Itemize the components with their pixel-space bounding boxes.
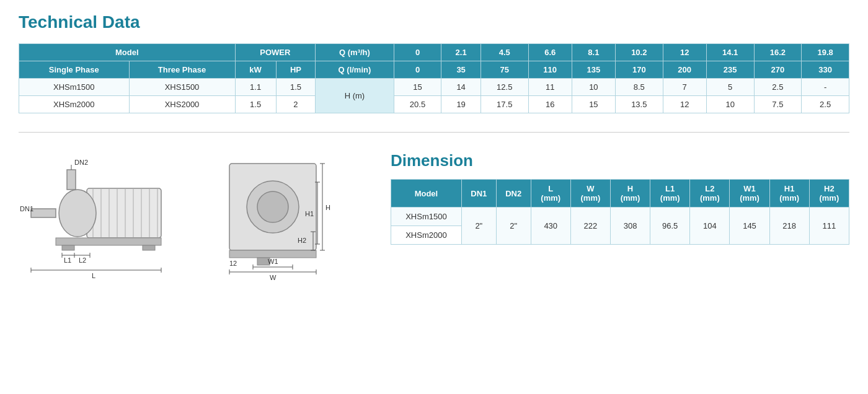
row1-v3: 11 bbox=[528, 79, 572, 96]
dim-header-h1: H1(mm) bbox=[769, 180, 809, 208]
header-col-4: 8.1 bbox=[572, 44, 615, 61]
svg-rect-28 bbox=[229, 250, 316, 258]
h2-diagram-label: H2 bbox=[298, 237, 306, 244]
dim-header-model: Model bbox=[391, 180, 462, 208]
row2-v0: 20.5 bbox=[394, 96, 441, 113]
header-single-phase: Single Phase bbox=[19, 61, 130, 79]
row2-v7: 10 bbox=[706, 96, 754, 113]
dim-row1-h1: 218 bbox=[769, 208, 809, 245]
diagrams-area: DN2 DN1 L1 L2 L bbox=[19, 151, 366, 281]
dim-header-h: H(mm) bbox=[610, 180, 650, 208]
dim-row1-l2: 104 bbox=[690, 208, 730, 245]
row1-v1: 14 bbox=[441, 79, 481, 96]
row1-three: XHS1500 bbox=[129, 79, 235, 96]
row1-hp: 1.5 bbox=[276, 79, 316, 96]
header-row2-col-2: 75 bbox=[480, 61, 528, 79]
tech-table-wrapper: Model POWER Q (m³/h) 0 2.1 4.5 6.6 8.1 1… bbox=[19, 43, 849, 113]
header-model: Model bbox=[19, 44, 236, 61]
page-title: Technical Data bbox=[19, 12, 849, 32]
w1-diagram-label: W1 bbox=[268, 258, 278, 265]
dim-header-l1: L1(mm) bbox=[650, 180, 690, 208]
row1-v5: 8.5 bbox=[615, 79, 663, 96]
dimension-title: Dimension bbox=[391, 151, 849, 170]
row1-kw: 1.1 bbox=[235, 79, 276, 96]
dim-row1-h2: 111 bbox=[809, 208, 849, 245]
row2-v2: 17.5 bbox=[480, 96, 528, 113]
row2-single: XHSm2000 bbox=[19, 96, 130, 113]
header-row2-col-7: 235 bbox=[706, 61, 754, 79]
row1-v2: 12.5 bbox=[480, 79, 528, 96]
header-row2-col-1: 35 bbox=[441, 61, 481, 79]
w-diagram-label: W bbox=[270, 274, 277, 281]
row2-v1: 19 bbox=[441, 96, 481, 113]
header-row2-col-6: 200 bbox=[663, 61, 706, 79]
table-row: XHSm1500 XHS1500 1.1 1.5 H (m) 15 14 12.… bbox=[19, 79, 849, 96]
svg-rect-15 bbox=[143, 245, 155, 250]
dim-header-h2: H2(mm) bbox=[809, 180, 849, 208]
row1-v4: 10 bbox=[572, 79, 615, 96]
h-m-label: H (m) bbox=[316, 79, 394, 113]
diagrams-row: DN2 DN1 L1 L2 L bbox=[19, 151, 341, 281]
dim-row1-w: 222 bbox=[570, 208, 610, 245]
row2-v3: 16 bbox=[528, 96, 572, 113]
row1-v0: 15 bbox=[394, 79, 441, 96]
header-col-0: 0 bbox=[394, 44, 441, 61]
header-col-6: 12 bbox=[663, 44, 706, 61]
num-12-label: 12 bbox=[229, 260, 237, 267]
dimension-section: Dimension Model DN1 DN2 L(mm) W(mm) H(mm… bbox=[391, 151, 849, 245]
dn1-diagram-label: DN1 bbox=[20, 205, 33, 212]
row2-kw: 1.5 bbox=[235, 96, 276, 113]
dim-header-dn1: DN1 bbox=[461, 180, 496, 208]
svg-rect-13 bbox=[56, 238, 161, 245]
dim-row1-dn1: 2" bbox=[461, 208, 496, 245]
section-divider bbox=[19, 132, 849, 133]
header-q-lmin: Q (l/min) bbox=[316, 61, 394, 79]
dim-header-w: W(mm) bbox=[570, 180, 610, 208]
row1-v6: 7 bbox=[663, 79, 706, 96]
side-view-diagram: DN2 DN1 L1 L2 L bbox=[19, 151, 192, 281]
dn2-diagram-label: DN2 bbox=[74, 159, 88, 166]
tech-data-table: Model POWER Q (m³/h) 0 2.1 4.5 6.6 8.1 1… bbox=[19, 43, 849, 113]
dim-row1-dn2: 2" bbox=[496, 208, 531, 245]
svg-rect-12 bbox=[67, 170, 76, 190]
svg-point-27 bbox=[257, 191, 288, 222]
header-col-5: 10.2 bbox=[615, 44, 663, 61]
row2-v8: 7.5 bbox=[754, 96, 802, 113]
header-row2-col-3: 110 bbox=[528, 61, 572, 79]
svg-rect-0 bbox=[87, 188, 161, 238]
h1-diagram-label: H1 bbox=[305, 210, 314, 217]
row2-v9: 2.5 bbox=[802, 96, 849, 113]
dim-row1-w1: 145 bbox=[730, 208, 769, 245]
l-diagram-label: L bbox=[92, 272, 95, 279]
dim-row1-model: XHSm1500 bbox=[391, 208, 462, 226]
bottom-section: DN2 DN1 L1 L2 L bbox=[19, 151, 849, 281]
dim-header-l: L(mm) bbox=[531, 180, 570, 208]
dim-row2-model: XHSm2000 bbox=[391, 226, 462, 245]
row2-v5: 13.5 bbox=[615, 96, 663, 113]
header-col-8: 16.2 bbox=[754, 44, 802, 61]
row1-v9: - bbox=[802, 79, 849, 96]
dim-header-dn2: DN2 bbox=[496, 180, 531, 208]
dim-row1-h: 308 bbox=[610, 208, 650, 245]
header-three-phase: Three Phase bbox=[129, 61, 235, 79]
row1-v8: 2.5 bbox=[754, 79, 802, 96]
header-col-1: 2.1 bbox=[441, 44, 481, 61]
header-row2-col-5: 170 bbox=[615, 61, 663, 79]
dim-table-row: XHSm1500 2" 2" 430 222 308 96.5 104 145 … bbox=[391, 208, 849, 226]
table-row: XHSm2000 XHS2000 1.5 2 20.5 19 17.5 16 1… bbox=[19, 96, 849, 113]
header-row2-col-4: 135 bbox=[572, 61, 615, 79]
header-col-3: 6.6 bbox=[528, 44, 572, 61]
dim-header-w1: W1(mm) bbox=[730, 180, 769, 208]
dim-row1-l1: 96.5 bbox=[650, 208, 690, 245]
l1-diagram-label: L1 bbox=[64, 256, 71, 264]
l2-diagram-label: L2 bbox=[79, 256, 86, 264]
row2-v4: 15 bbox=[572, 96, 615, 113]
svg-rect-14 bbox=[62, 245, 74, 250]
header-row2-col-8: 270 bbox=[754, 61, 802, 79]
row2-three: XHS2000 bbox=[129, 96, 235, 113]
row2-v6: 12 bbox=[663, 96, 706, 113]
header-col-7: 14.1 bbox=[706, 44, 754, 61]
header-hp: HP bbox=[276, 61, 316, 79]
header-col-2: 4.5 bbox=[480, 44, 528, 61]
header-kw: kW bbox=[235, 61, 276, 79]
